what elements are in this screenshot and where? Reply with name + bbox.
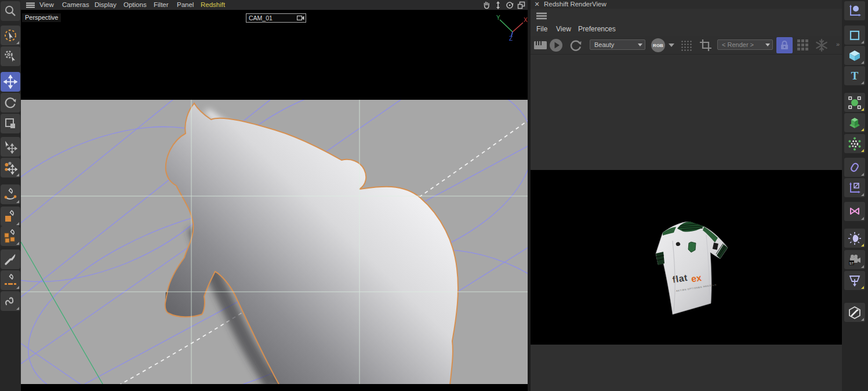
brush-icon <box>3 252 18 267</box>
axis-y-label: Y <box>496 15 500 21</box>
menu-panel[interactable]: Panel <box>177 1 194 8</box>
move-tool[interactable] <box>1 72 20 92</box>
flyout-corner <box>16 222 19 225</box>
viewport-menu-icon[interactable] <box>26 2 35 8</box>
render-camera-selected: < Render > <box>722 41 754 48</box>
render-canvas[interactable]: flat ex AKTIEN OPTIONEN HANDELN <box>531 170 842 345</box>
flyout-corner <box>861 108 864 111</box>
aov-selected: Beauty <box>594 41 614 48</box>
multi-transform-tool[interactable] <box>1 158 20 178</box>
menu-view[interactable]: View <box>39 1 54 8</box>
freeze-button[interactable] <box>815 38 829 52</box>
menu-filter[interactable]: Filter <box>154 1 169 8</box>
mograph-matrix-button[interactable] <box>844 93 865 112</box>
cinema4d-window: View Cameras Display Options Filter Pane… <box>0 0 868 391</box>
menu-cameras[interactable]: Cameras <box>62 1 89 8</box>
render-camera-dropdown[interactable]: < Render > <box>717 39 773 50</box>
modeling-axis-button[interactable] <box>844 178 865 197</box>
grid-icon <box>797 39 809 51</box>
restart-render-button[interactable] <box>569 38 583 52</box>
viewport-canvas-area[interactable] <box>21 100 528 384</box>
deformer-icon <box>848 161 861 174</box>
text-object-button[interactable]: T <box>844 66 865 85</box>
crop-region-button[interactable] <box>699 38 713 52</box>
mograph-icon <box>848 96 862 110</box>
play-icon <box>549 38 563 52</box>
rv-menu-view[interactable]: View <box>556 25 571 33</box>
rv-menu-preferences[interactable]: Preferences <box>578 25 616 33</box>
scale-tool[interactable] <box>1 114 20 133</box>
close-icon[interactable]: ✕ <box>533 1 541 8</box>
stage-object-button[interactable] <box>844 271 865 290</box>
viewport-letterbox-top <box>21 10 528 100</box>
crop-icon <box>699 39 712 52</box>
camera-icon: ST <box>848 253 862 267</box>
flyout-corner <box>861 149 864 152</box>
flyout-corner <box>861 61 864 64</box>
toggle-layout-button[interactable] <box>516 1 526 9</box>
rotate-view-button[interactable] <box>504 1 514 9</box>
live-selection-tool[interactable] <box>1 26 20 45</box>
menu-display[interactable]: Display <box>95 1 117 8</box>
channel-button[interactable]: RGB <box>651 38 665 52</box>
dolly-view-button[interactable] <box>493 1 503 9</box>
rendered-jersey: flat ex AKTIEN OPTIONEN HANDELN <box>655 218 739 317</box>
channel-label: RGB <box>653 43 663 48</box>
cursor-move-icon <box>3 140 17 154</box>
tweak-selection-tool[interactable] <box>1 46 20 66</box>
multi-move-icon <box>3 161 17 175</box>
lock-render-button[interactable] <box>776 37 793 53</box>
render-to-pv-button[interactable] <box>533 38 547 52</box>
rectangle-spline-tool[interactable] <box>1 207 20 226</box>
flyout-corner <box>16 242 19 245</box>
live-selection-icon <box>3 28 17 42</box>
channel-chevron-icon[interactable] <box>669 44 674 47</box>
selection-outline <box>165 103 458 384</box>
rotate-tool[interactable] <box>1 93 20 113</box>
stereo-camera-button[interactable]: ST <box>844 250 865 269</box>
flyout-corner <box>16 286 19 289</box>
toolbar-overflow[interactable]: » <box>836 41 840 48</box>
find-button[interactable] <box>1 1 20 21</box>
rotate-icon <box>3 96 17 110</box>
pixel-grid-button[interactable] <box>680 39 692 51</box>
camera-name: CAM_01 <box>249 15 297 21</box>
effector-button[interactable] <box>844 134 865 153</box>
axis-locator-button[interactable] <box>844 1 865 20</box>
flyout-corner <box>16 173 19 176</box>
cube-primitive-button[interactable] <box>844 46 865 65</box>
text-tool-icon: T <box>848 70 861 82</box>
spline-pen-tool[interactable] <box>1 184 20 204</box>
deformer-button[interactable] <box>844 158 865 177</box>
sketch-spline-tool[interactable] <box>1 291 20 311</box>
cloner-button[interactable] <box>844 113 865 132</box>
dash-spline-pen-tool[interactable] <box>1 270 20 290</box>
material-edit-button[interactable] <box>844 303 865 322</box>
flyout-corner <box>861 128 864 131</box>
view-label[interactable]: Perspective <box>22 13 61 22</box>
flyout-corner <box>16 307 19 310</box>
camera-selector[interactable]: CAM_01 <box>246 13 306 23</box>
flyout-corner <box>16 200 19 203</box>
cloth-model[interactable] <box>165 103 458 384</box>
start-render-button[interactable] <box>549 38 563 52</box>
renderview-menu-icon[interactable] <box>536 12 547 20</box>
renderview-panel: ✕ Redshift RenderView File View Preferen… <box>531 0 842 391</box>
sky-light-icon <box>848 231 862 245</box>
spline-rectangle-button[interactable] <box>844 26 865 45</box>
snapshot-grid-button[interactable] <box>796 38 810 52</box>
rv-menu-file[interactable]: File <box>536 25 547 33</box>
flyout-corner <box>16 41 19 44</box>
environment-light-button[interactable] <box>844 229 865 248</box>
aov-dropdown[interactable]: Beauty <box>590 39 645 50</box>
cursor-transform-tool[interactable] <box>1 137 20 157</box>
pan-view-button[interactable] <box>481 1 491 9</box>
flyout-corner <box>861 217 864 220</box>
menu-redshift[interactable]: Redshift <box>201 1 225 8</box>
gear-cursor-icon <box>3 49 17 63</box>
instance-button[interactable] <box>844 202 865 221</box>
flyout-corner <box>861 286 864 289</box>
menu-options[interactable]: Options <box>124 1 147 8</box>
paint-brush-tool[interactable] <box>1 249 20 269</box>
primitive-pen-tool[interactable] <box>1 226 20 246</box>
